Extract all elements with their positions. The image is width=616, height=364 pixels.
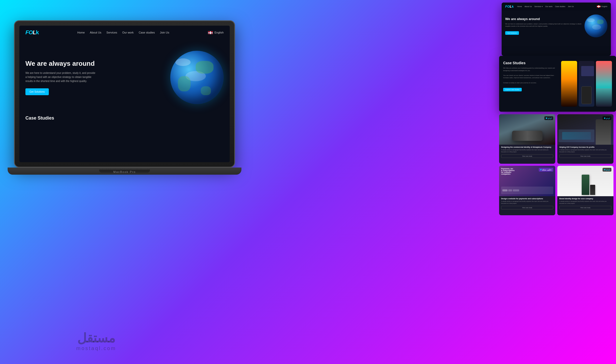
screen-lang-selector[interactable]: English: [208, 31, 224, 34]
svg-rect-4: [208, 32, 213, 33]
case-card-office-image: لوجو: [557, 114, 613, 145]
case-card-car-image: لوجو: [499, 114, 555, 145]
case-studies-grid: لوجو Designing the commercial identity o…: [499, 114, 613, 215]
case-card-brand-button[interactable]: View case study: [559, 206, 611, 209]
wpc-description: We help you achieve your marketing goals…: [503, 67, 558, 84]
wpc-image-neon: [596, 61, 612, 107]
badge-dot-icon: [546, 118, 547, 119]
case-card-brand-content: Brand identity design for xxxx company A…: [557, 196, 613, 211]
wp-top-nav: FOLk Home About Us Services ▾ Our work C…: [502, 3, 611, 10]
wp-nav-home[interactable]: Home: [517, 6, 522, 8]
wpc-images: [561, 61, 612, 107]
wpc-title: Case Studies: [503, 61, 558, 65]
nav-home[interactable]: Home: [77, 31, 85, 34]
case-card-car: لوجو Designing the commercial identity o…: [499, 114, 555, 164]
screen-get-solutions-button[interactable]: Get Solutions: [25, 88, 49, 95]
badge-dot-icon2: [604, 118, 605, 119]
case-card-payments-image: Payments, tax& subscriptionsfor software…: [499, 166, 555, 196]
case-card-office: لوجو Helping ZZZ Company increase its pr…: [557, 114, 613, 164]
wp-top-hero: We are always around We are here to unde…: [502, 10, 611, 41]
case-card-car-content: Designing the commercial identity of Alm…: [499, 145, 555, 159]
screen-case-studies-section: Case Studies: [19, 110, 230, 126]
case-card-brand-title: Brand identity design for xxxx company: [559, 198, 611, 200]
nav-joinus[interactable]: Join Us: [160, 31, 169, 34]
screen-hero-description: We are here to understand your problem, …: [25, 71, 97, 83]
case-card-office-content: Helping ZZZ Company increase its profits…: [557, 145, 613, 159]
nav-about[interactable]: About Us: [90, 31, 101, 34]
case-card-office-desc: A simple article or paragraph that brief…: [559, 149, 611, 153]
wp-top-lang-label: English: [602, 6, 607, 7]
badge-dot-icon3: [540, 169, 542, 170]
right-preview-case: Case Studies We help you achieve your ma…: [499, 56, 616, 112]
case-card-office-button[interactable]: View case study: [559, 154, 611, 158]
nav-casestudies[interactable]: Case studies: [139, 31, 155, 34]
wp-top-get-solutions-button[interactable]: Get Solutions: [505, 31, 519, 35]
wp-top-hero-title: We are always around: [505, 17, 582, 21]
badge-dot-icon4: [604, 169, 605, 170]
laptop: FOLk Home About Us Services Our work Cas…: [8, 20, 241, 211]
case-card-office-badge-text: لوجو: [606, 117, 610, 119]
nav-ourwork[interactable]: Our work: [122, 31, 134, 34]
wp-nav-about[interactable]: About Us: [525, 6, 532, 8]
case-card-payments-badge: تطوير موقع: [539, 168, 553, 172]
wp-nav-ourwork[interactable]: Our work: [545, 6, 552, 8]
case-card-car-badge: لوجو: [544, 116, 553, 120]
case-card-brand-image: لوجو: [557, 166, 613, 196]
screen-case-studies-title: Case Studies: [25, 115, 224, 121]
wpc-image-flowers: [561, 61, 577, 107]
wp-flag-icon: [597, 5, 600, 8]
mostaql-watermark: مستقل mostaql.com: [76, 331, 116, 351]
wp-top-hero-desc: We are here to understand your problem, …: [505, 23, 582, 27]
screen-navbar: FOLk Home About Us Services Our work Cas…: [19, 26, 230, 39]
screen-hero-title: We are always around: [25, 60, 165, 68]
case-card-payments-button[interactable]: View case study: [501, 206, 553, 209]
wp-top-lang[interactable]: English: [597, 5, 607, 8]
laptop-base: MacBook Pro: [8, 168, 241, 175]
case-card-office-badge: لوجو: [603, 116, 611, 120]
wp-nav-case[interactable]: Case studies: [555, 6, 565, 8]
case-card-office-title: Helping ZZZ Company increase its profits: [559, 146, 611, 148]
wp-top-hero-text: We are always around We are here to unde…: [505, 17, 582, 35]
case-card-brand: لوجو Brand identity design for xxxx comp…: [557, 166, 613, 215]
case-card-payments-title: Design a website for payments and subscr…: [501, 198, 553, 200]
screen-logo: FOLk: [25, 29, 39, 36]
case-card-car-badge-text: لوجو: [548, 117, 552, 119]
case-card-payments-badge-text: تطوير موقع: [542, 169, 552, 171]
wpc-image-phone: [579, 61, 595, 107]
flag-icon: [208, 31, 213, 34]
right-preview-top: FOLk Home About Us Services ▾ Our work C…: [502, 3, 611, 56]
wp-nav-services[interactable]: Services ▾: [534, 6, 543, 8]
case-card-brand-badge: لوجو: [603, 168, 611, 172]
wp-nav-join[interactable]: Join Us: [568, 6, 574, 8]
case-card-brand-desc: A simple article or paragraph that brief…: [559, 201, 611, 204]
screen-lang-label: English: [214, 31, 224, 34]
screen-hero-text: We are always around We are here to unde…: [25, 60, 165, 95]
case-card-car-title: Designing the commercial identity of Alm…: [501, 146, 553, 148]
wp-top-globe: [584, 14, 607, 37]
nav-services[interactable]: Services: [106, 31, 117, 34]
mostaql-arabic-text: مستقل: [76, 331, 116, 345]
case-card-payments: Payments, tax& subscriptionsfor software…: [499, 166, 555, 215]
case-card-brand-badge-text: لوجو: [606, 169, 610, 171]
case-card-payments-desc: A simple article or paragraph that brief…: [501, 201, 553, 204]
laptop-screen: FOLk Home About Us Services Our work Cas…: [19, 26, 230, 162]
screen-globe: [170, 51, 224, 104]
screen-hero: We are always around We are here to unde…: [19, 39, 230, 110]
wpc-text: Case Studies We help you achieve your ma…: [503, 61, 558, 107]
wpc-content: Case Studies We help you achieve your ma…: [499, 56, 616, 112]
wp-top-logo: FOLk: [505, 5, 514, 8]
mostaql-latin-text: mostaql.com: [76, 345, 116, 351]
case-card-car-desc: A simple article or paragraph that brief…: [501, 149, 553, 153]
screen-nav-links: Home About Us Services Our work Case stu…: [46, 31, 200, 34]
case-card-car-button[interactable]: View case study: [501, 154, 553, 158]
case-card-payments-content: Design a website for payments and subscr…: [499, 196, 555, 211]
laptop-body: FOLk Home About Us Services Our work Cas…: [14, 20, 235, 168]
svg-rect-9: [597, 6, 600, 7]
wp-top-nav-links: Home About Us Services ▾ Our work Case s…: [517, 6, 593, 8]
laptop-model-label: MacBook Pro: [113, 170, 136, 173]
wpc-explore-button[interactable]: Explore case studies: [503, 88, 522, 91]
